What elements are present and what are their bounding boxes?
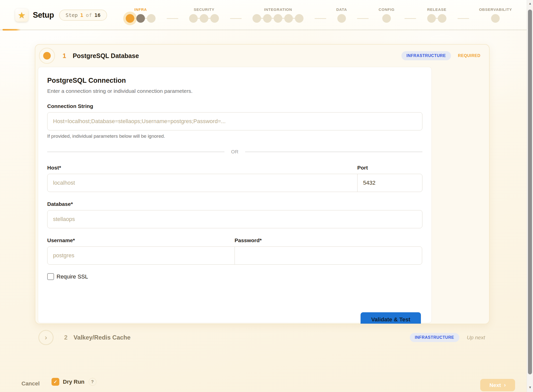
step-dots [426,14,447,23]
step-label: CONFIG [379,7,395,12]
step-dots [125,14,157,23]
step-groups: INFRASECURITYINTEGRATIONDATACONFIGRELEAS… [125,7,512,23]
scroll-down-arrow-icon[interactable]: ▼ [527,385,533,389]
section-number: 1 [63,52,66,60]
step-dot[interactable] [147,14,156,23]
check-icon: ✓ [54,379,57,385]
or-text: OR [231,149,239,155]
step-dot[interactable] [438,14,446,23]
step-total: 16 [94,12,100,18]
required-badge: REQUIRED [458,53,480,58]
step-group-infra: INFRA [125,7,157,23]
connection-form-panel: PostgreSQL Connection Enter a connection… [38,67,432,323]
step-connector [315,18,326,19]
username-input[interactable] [47,246,235,265]
step-word: Step [66,12,78,18]
next-section-title: Valkey/Redis Cache [73,334,130,341]
step-group-config: CONFIG [379,7,395,23]
step-of: of [86,12,92,18]
or-divider: OR [47,149,422,155]
step-label: INFRA [134,7,147,12]
active-section-bullet-icon [39,48,55,64]
step-label: RELEASE [427,7,446,12]
step-dots [490,14,501,23]
step-dot[interactable] [210,14,219,23]
scroll-up-arrow-icon[interactable]: ▲ [527,2,533,5]
step-dots [188,14,220,23]
chevron-right-icon: › [45,333,47,342]
step-group-security: SECURITY [188,7,220,23]
step-label: OBSERVABILITY [479,7,512,12]
step-current: 1 [80,12,83,18]
connection-string-help: If provided, individual parameters below… [47,133,422,139]
step-dot[interactable] [252,14,261,23]
postgresql-section-card: 1 PostgreSQL Database INFRASTRUCTURE REQ… [35,44,490,324]
step-connector [458,18,469,19]
step-dot[interactable] [274,14,282,23]
connection-string-label: Connection String [47,103,422,109]
password-input[interactable] [235,246,422,265]
section-header: 1 PostgreSQL Database INFRASTRUCTURE REQ… [35,45,489,67]
step-counter-badge: Step 1 of 16 [59,10,107,21]
valkey-section-row[interactable]: › 2 Valkey/Redis Cache INFRASTRUCTURE Up… [35,329,490,346]
password-label: Password* [235,237,422,243]
require-ssl-checkbox[interactable] [47,273,54,280]
host-label: Host* [47,165,358,171]
infrastructure-badge: INFRASTRUCTURE [410,333,459,342]
dry-run-checkbox[interactable]: ✓ [52,378,59,386]
next-section-number: 2 [64,334,67,341]
step-group-release: RELEASE [426,7,447,23]
require-ssl-label[interactable]: Require SSL [57,273,88,280]
scrollbar[interactable]: ▲ ▼ [527,0,533,392]
app-header: ★ Setup Step 1 of 16 INFRASECURITYINTEGR… [0,0,527,30]
step-dot[interactable] [337,14,346,23]
up-next-status: Up next [467,334,485,341]
connection-string-input[interactable] [47,112,422,130]
step-dot[interactable] [200,14,208,23]
app-title: Setup [33,11,54,20]
step-group-integration: INTEGRATION [251,7,304,23]
star-mascot-logo-icon: ★ [15,9,28,22]
step-connector [230,18,242,19]
dry-run-toggle-group: ✓ Dry Run ? [52,378,96,386]
step-connector [167,18,178,19]
port-label: Port [357,165,422,171]
step-dot[interactable] [263,14,272,23]
database-input[interactable] [47,210,422,228]
step-dots [381,14,392,23]
step-label: SECURITY [194,7,214,12]
port-input[interactable] [357,174,422,192]
step-dot[interactable] [427,14,436,23]
step-dot[interactable] [126,14,134,23]
chevron-right-icon: › [504,382,506,388]
step-group-observability: OBSERVABILITY [479,7,512,23]
next-button[interactable]: Next › [480,379,515,391]
help-button[interactable]: ? [89,378,96,386]
step-dot[interactable] [284,14,293,23]
step-dot[interactable] [136,14,145,23]
step-dot[interactable] [295,14,303,23]
scrollbar-thumb[interactable] [528,10,532,374]
step-dot[interactable] [189,14,198,23]
header-divider [0,30,527,30]
infrastructure-badge: INFRASTRUCTURE [401,51,451,60]
form-subtitle: Enter a connection string or individual … [47,88,422,94]
database-label: Database* [47,201,422,207]
header-progress-bar [3,29,21,31]
cancel-button[interactable]: Cancel [21,380,40,387]
validate-test-button[interactable]: Validate & Test [361,312,421,324]
expand-section-button[interactable]: › [38,330,54,345]
step-label: DATA [336,7,347,12]
step-dot[interactable] [382,14,391,23]
step-dots [336,14,347,23]
step-connector [404,18,416,19]
host-input[interactable] [47,174,358,192]
dry-run-label[interactable]: Dry Run [63,379,85,385]
step-dot[interactable] [491,14,500,23]
step-label: INTEGRATION [264,7,292,12]
step-dots [251,14,304,23]
form-title: PostgreSQL Connection [47,77,422,85]
next-button-label: Next [490,382,501,388]
step-group-data: DATA [336,7,347,23]
username-label: Username* [47,237,235,243]
